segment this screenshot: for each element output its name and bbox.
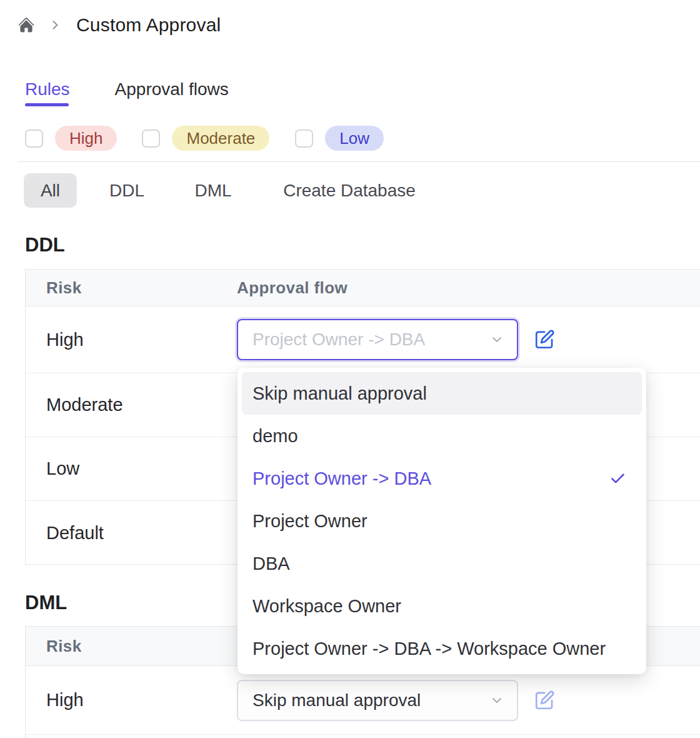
breadcrumb: Custom Approval (18, 14, 221, 36)
dropdown-item[interactable]: Skip manual approval (242, 372, 642, 415)
approval-flow-dropdown-menu: Skip manual approval demo Project Owner … (238, 368, 646, 674)
dropdown-item[interactable]: demo (242, 415, 642, 457)
select-value: Project Owner -> DBA (252, 330, 425, 350)
risk-badge-moderate: Moderate (172, 126, 269, 151)
risk-cell: Low (26, 458, 237, 479)
tab-approval-flows[interactable]: Approval flows (115, 78, 229, 108)
dropdown-item[interactable]: Workspace Owner (242, 585, 642, 627)
tab-bar: Rules Approval flows (25, 78, 229, 108)
risk-checkbox-low[interactable] (295, 129, 313, 148)
page-title: Custom Approval (76, 14, 221, 36)
dropdown-item-label: Project Owner -> DBA (252, 457, 431, 500)
category-filter-row: All DDL DML Create Database (0, 173, 700, 208)
edit-flow-button[interactable] (533, 689, 556, 712)
filter-create-database-button[interactable]: Create Database (279, 173, 420, 208)
select-value: Skip manual approval (252, 690, 421, 710)
risk-filter-row: High Moderate Low (25, 126, 384, 151)
divider (18, 161, 700, 162)
active-tab-indicator (25, 103, 69, 106)
tab-rules-label: Rules (25, 79, 70, 99)
risk-filter-high: High (25, 126, 117, 151)
home-icon[interactable] (18, 16, 35, 34)
risk-checkbox-high[interactable] (25, 129, 43, 148)
approval-flow-cell: Project Owner -> DBA (237, 319, 700, 360)
column-header-risk: Risk (26, 278, 237, 298)
tab-rules[interactable]: Rules (25, 78, 70, 108)
filter-dml-button[interactable]: DML (188, 173, 239, 208)
chevron-down-icon (489, 332, 504, 347)
risk-filter-moderate: Moderate (142, 126, 269, 151)
table-header-row: Risk Approval flow (26, 270, 700, 306)
custom-approval-page: Custom Approval Rules Approval flows Hig… (0, 0, 700, 738)
table-row: High Project Owner -> DBA (26, 306, 700, 373)
dropdown-item[interactable]: Project Owner -> DBA (242, 457, 642, 500)
risk-cell: Moderate (26, 395, 237, 415)
section-heading-ddl: DDL (25, 234, 65, 256)
filter-ddl-button[interactable]: DDL (101, 173, 152, 208)
chevron-right-icon (49, 19, 61, 31)
risk-cell: High (26, 330, 237, 350)
risk-checkbox-moderate[interactable] (142, 129, 160, 148)
approval-flow-select[interactable]: Project Owner -> DBA (237, 319, 518, 360)
check-icon (609, 470, 626, 487)
section-heading-dml: DML (25, 592, 67, 614)
column-header-risk: Risk (26, 637, 237, 656)
dropdown-item[interactable]: Project Owner -> DBA -> Workspace Owner (242, 627, 642, 670)
filter-all-button[interactable]: All (24, 173, 77, 208)
dropdown-item[interactable]: Project Owner (242, 500, 642, 542)
risk-badge-low: Low (325, 126, 384, 151)
risk-badge-high: High (55, 126, 117, 151)
risk-cell: High (26, 690, 237, 710)
table-row: High Skip manual approval (26, 666, 700, 735)
column-header-approval-flow: Approval flow (237, 278, 700, 298)
edit-flow-button[interactable] (533, 328, 556, 351)
risk-cell: Default (26, 523, 237, 543)
risk-filter-low: Low (295, 126, 384, 151)
dropdown-item[interactable]: DBA (242, 542, 642, 585)
tab-approval-flows-label: Approval flows (115, 79, 229, 99)
approval-flow-cell: Skip manual approval (237, 680, 700, 721)
approval-flow-select[interactable]: Skip manual approval (237, 680, 518, 721)
chevron-down-icon (489, 693, 504, 708)
